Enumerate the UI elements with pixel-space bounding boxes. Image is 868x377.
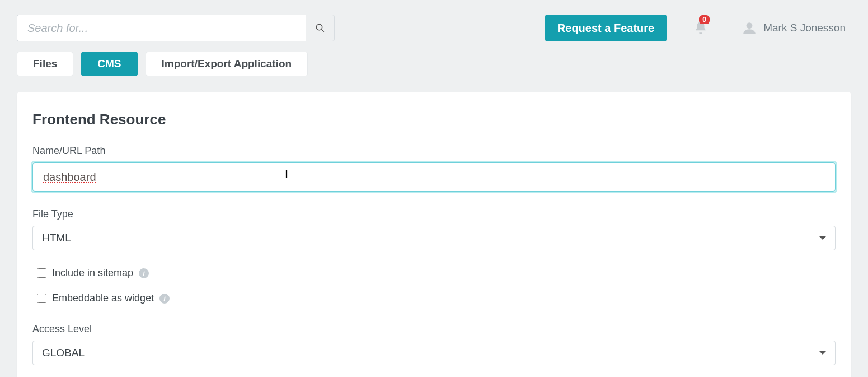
- file-type-label: File Type: [32, 208, 836, 220]
- include-sitemap-checkbox[interactable]: [37, 268, 46, 278]
- notifications-button[interactable]: 0: [693, 21, 708, 35]
- tabs: Files CMS Import/Export Application: [0, 45, 868, 92]
- search-button[interactable]: [306, 15, 335, 41]
- main-panel: Frontend Resource Name/URL Path I File T…: [17, 92, 851, 377]
- search-group: [17, 15, 335, 41]
- header-divider: [726, 17, 726, 39]
- page-title: Frontend Resource: [32, 111, 836, 128]
- search-input[interactable]: [17, 15, 306, 41]
- info-icon[interactable]: i: [139, 268, 149, 278]
- user-name-label: Mark S Jonesson: [763, 22, 846, 34]
- svg-point-2: [747, 22, 753, 29]
- info-icon[interactable]: i: [159, 294, 170, 304]
- avatar-icon: [742, 21, 757, 35]
- access-level-value: GLOBAL: [42, 347, 85, 359]
- notification-badge: 0: [699, 15, 710, 24]
- svg-line-1: [321, 29, 324, 32]
- name-url-path-label: Name/URL Path: [32, 145, 836, 157]
- embeddable-widget-checkbox[interactable]: [37, 294, 46, 303]
- tab-files[interactable]: Files: [17, 52, 73, 76]
- access-level-select[interactable]: GLOBAL: [32, 341, 836, 365]
- file-type-value: HTML: [42, 232, 71, 244]
- embeddable-widget-label: Embeddable as widget: [52, 292, 154, 304]
- name-url-path-input[interactable]: [32, 162, 836, 192]
- tab-import-export[interactable]: Import/Export Application: [146, 52, 308, 76]
- svg-point-0: [316, 24, 322, 30]
- chevron-down-icon: [819, 236, 826, 240]
- include-sitemap-label: Include in sitemap: [52, 267, 133, 279]
- search-icon: [315, 23, 325, 33]
- user-menu[interactable]: Mark S Jonesson: [742, 21, 846, 35]
- file-type-select[interactable]: HTML: [32, 226, 836, 250]
- access-level-label: Access Level: [32, 323, 836, 335]
- chevron-down-icon: [819, 351, 826, 355]
- tab-cms[interactable]: CMS: [81, 52, 137, 76]
- request-feature-button[interactable]: Request a Feature: [545, 15, 667, 41]
